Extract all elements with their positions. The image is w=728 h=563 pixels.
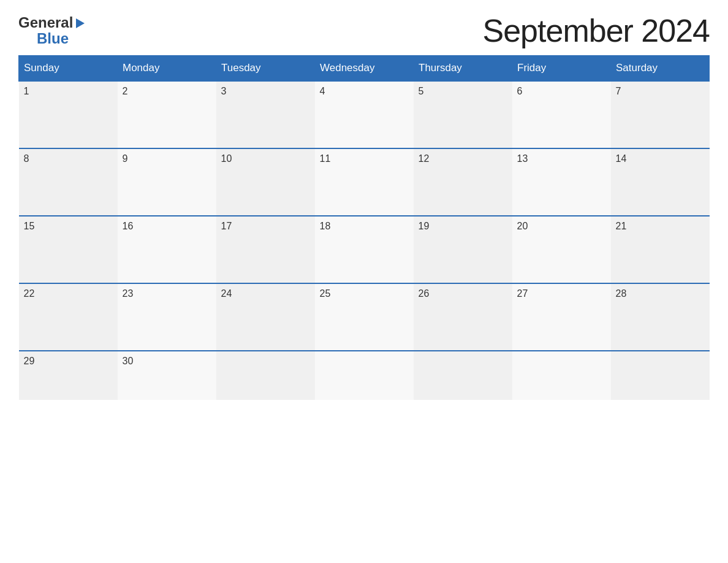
calendar-day-cell: 5 — [414, 81, 512, 148]
calendar-day-cell — [216, 351, 315, 400]
day-number: 8 — [24, 153, 29, 164]
day-number: 26 — [419, 288, 430, 299]
calendar-day-cell: 26 — [414, 283, 512, 351]
logo-arrow-icon — [76, 18, 85, 28]
day-number: 4 — [320, 86, 325, 96]
day-number: 18 — [320, 221, 331, 231]
calendar-day-cell: 8 — [19, 148, 118, 216]
calendar-day-cell: 22 — [19, 283, 118, 351]
calendar-day-cell: 15 — [19, 216, 118, 283]
day-number: 27 — [517, 288, 528, 299]
header-wednesday: Wednesday — [315, 56, 414, 82]
day-number: 21 — [616, 221, 627, 231]
calendar-day-cell: 10 — [216, 148, 315, 216]
calendar-day-cell: 24 — [216, 283, 315, 351]
header-sunday: Sunday — [19, 56, 118, 82]
calendar-day-cell: 28 — [611, 283, 710, 351]
calendar-day-cell: 3 — [216, 81, 315, 148]
header-saturday: Saturday — [611, 56, 710, 82]
calendar-day-cell: 25 — [315, 283, 414, 351]
calendar-day-cell: 7 — [611, 81, 710, 148]
day-number: 15 — [24, 221, 35, 231]
day-number: 9 — [123, 153, 128, 164]
week-row-1: 1234567 — [19, 81, 710, 148]
calendar-day-cell — [315, 351, 414, 400]
calendar-day-cell: 6 — [512, 81, 611, 148]
calendar-day-cell: 17 — [216, 216, 315, 283]
logo-blue-text: Blue — [37, 31, 69, 46]
day-number: 23 — [123, 288, 134, 299]
logo-top-line: General — [18, 15, 85, 30]
logo-general-text: General — [18, 15, 73, 30]
calendar-day-cell: 23 — [118, 283, 216, 351]
week-row-3: 15161718192021 — [19, 216, 710, 283]
calendar-day-cell: 16 — [118, 216, 216, 283]
calendar-day-cell — [414, 351, 512, 400]
calendar-day-cell: 18 — [315, 216, 414, 283]
calendar-day-cell: 9 — [118, 148, 216, 216]
week-row-5: 2930 — [19, 351, 710, 400]
page-header: General Blue September 2024 — [18, 12, 710, 49]
calendar-day-cell: 21 — [611, 216, 710, 283]
days-header-row: SundayMondayTuesdayWednesdayThursdayFrid… — [19, 56, 710, 82]
header-monday: Monday — [118, 56, 216, 82]
header-thursday: Thursday — [414, 56, 512, 82]
calendar-day-cell: 27 — [512, 283, 611, 351]
calendar-day-cell: 30 — [118, 351, 216, 400]
calendar-day-cell: 14 — [611, 148, 710, 216]
day-number: 11 — [320, 153, 331, 164]
day-number: 20 — [517, 221, 528, 231]
day-number: 25 — [320, 288, 331, 299]
day-number: 28 — [616, 288, 627, 299]
calendar-day-cell: 12 — [414, 148, 512, 216]
day-number: 29 — [24, 356, 35, 366]
calendar-table: SundayMondayTuesdayWednesdayThursdayFrid… — [18, 55, 710, 400]
day-number: 6 — [517, 86, 523, 96]
header-tuesday: Tuesday — [216, 56, 315, 82]
calendar-day-cell: 20 — [512, 216, 611, 283]
calendar-day-cell: 11 — [315, 148, 414, 216]
week-row-4: 22232425262728 — [19, 283, 710, 351]
day-number: 22 — [24, 288, 35, 299]
day-number: 19 — [419, 221, 430, 231]
logo: General Blue — [18, 15, 85, 46]
day-number: 17 — [221, 221, 232, 231]
day-number: 13 — [517, 153, 528, 164]
logo-bottom-line: Blue — [20, 31, 69, 46]
calendar-day-cell: 19 — [414, 216, 512, 283]
week-row-2: 891011121314 — [19, 148, 710, 216]
calendar-day-cell — [611, 351, 710, 400]
day-number: 30 — [123, 356, 134, 366]
day-number: 5 — [419, 86, 424, 96]
header-friday: Friday — [512, 56, 611, 82]
day-number: 12 — [419, 153, 430, 164]
day-number: 14 — [616, 153, 627, 164]
calendar-day-cell: 13 — [512, 148, 611, 216]
day-number: 24 — [221, 288, 232, 299]
day-number: 1 — [24, 86, 29, 96]
calendar-day-cell: 29 — [19, 351, 118, 400]
calendar-day-cell: 4 — [315, 81, 414, 148]
month-title: September 2024 — [483, 12, 710, 49]
day-number: 10 — [221, 153, 232, 164]
calendar-day-cell: 1 — [19, 81, 118, 148]
day-number: 7 — [616, 86, 621, 96]
day-number: 3 — [221, 86, 227, 96]
calendar-day-cell: 2 — [118, 81, 216, 148]
day-number: 2 — [123, 86, 128, 96]
day-number: 16 — [123, 221, 134, 231]
calendar-day-cell — [512, 351, 611, 400]
